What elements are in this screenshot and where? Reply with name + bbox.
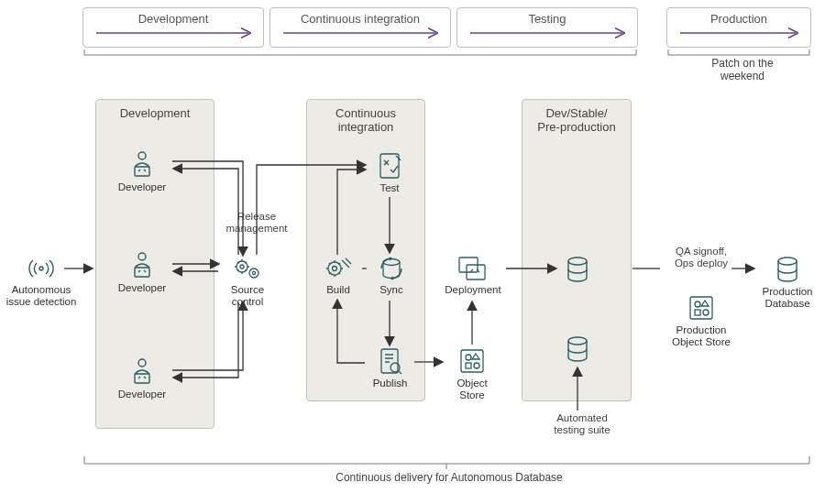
bottom-caption: Continuous delivery for Autonomous Datab… xyxy=(275,471,623,484)
